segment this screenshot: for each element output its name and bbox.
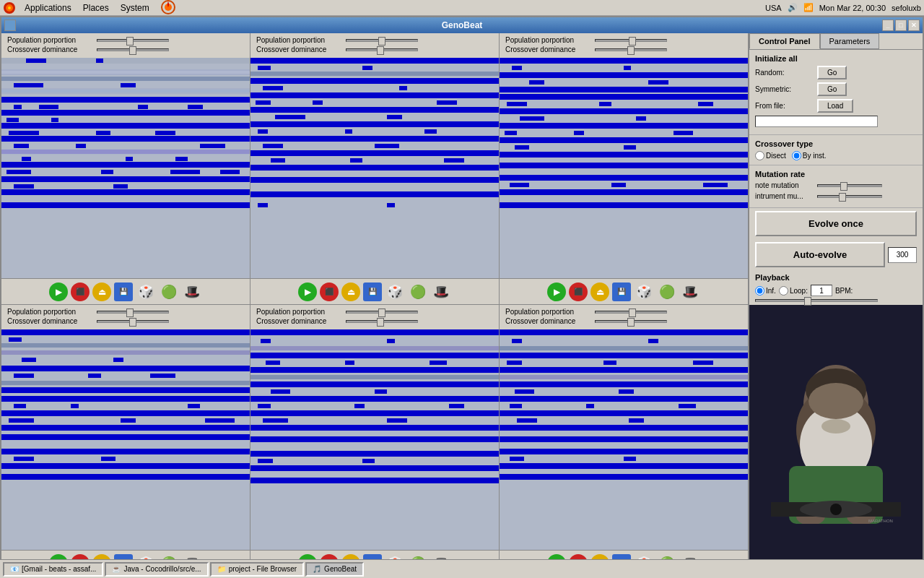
disect-radio[interactable]: Disect bbox=[755, 151, 786, 160]
dice-btn-r0c1[interactable]: 🎲 bbox=[385, 282, 405, 302]
window-controls: _ □ ✕ bbox=[882, 20, 920, 31]
dice-btn-r0c2[interactable]: 🎲 bbox=[634, 282, 654, 302]
taskbar: 📧 [Gmail - beats - assaf... ☕ Java - Coc… bbox=[0, 559, 924, 578]
pop-label-r1c0: Population porportion bbox=[7, 308, 94, 316]
mutation-section: Mutation rate note mutation intrument mu… bbox=[749, 165, 923, 208]
signal-icon: 📶 bbox=[803, 3, 814, 12]
cross-slider-r0c2[interactable] bbox=[595, 48, 667, 51]
cross-slider-r1c0[interactable] bbox=[97, 320, 169, 323]
locale: USA bbox=[765, 4, 782, 12]
dice-btn-r0c0[interactable]: 🎲 bbox=[136, 282, 156, 302]
tab-parameters[interactable]: Parameters bbox=[820, 33, 880, 49]
auto-evolve-row: Auto-evolve bbox=[755, 241, 917, 269]
byinst-radio-input[interactable] bbox=[792, 151, 801, 160]
tab-control-panel[interactable]: Control Panel bbox=[749, 33, 820, 49]
hat-btn-r0c0[interactable]: 🎩 bbox=[182, 282, 202, 302]
eject-btn-r0c2[interactable]: ⏏ bbox=[590, 282, 609, 301]
inf-label: Inf. bbox=[766, 287, 776, 295]
mutate-btn-r0c2[interactable]: 🟢 bbox=[657, 282, 677, 302]
symmetric-go-btn[interactable]: Go bbox=[817, 82, 847, 96]
user: sefoluxb bbox=[892, 4, 921, 12]
byinst-radio[interactable]: By inst. bbox=[792, 151, 827, 160]
menu-applications[interactable]: Applications bbox=[19, 1, 77, 14]
right-panel: Control Panel Parameters Initialize all … bbox=[749, 33, 923, 577]
pop-slider-r1c2[interactable] bbox=[595, 311, 667, 314]
pop-slider-r1c1[interactable] bbox=[346, 311, 418, 314]
stop-btn-r0c1[interactable]: ⬛ bbox=[320, 282, 339, 301]
stop-btn-r0c2[interactable]: ⬛ bbox=[569, 282, 588, 301]
load-btn[interactable]: Load bbox=[817, 99, 853, 113]
pop-label-r0c2: Population porportion bbox=[505, 36, 592, 44]
menu-logo bbox=[3, 1, 16, 14]
loop-label: Loop: bbox=[790, 287, 808, 295]
pop-slider-r0c1[interactable] bbox=[346, 39, 418, 42]
play-btn-r0c0[interactable]: ▶ bbox=[49, 282, 68, 301]
auto-evolve-btn[interactable]: Auto-evolve bbox=[755, 242, 885, 267]
close-btn[interactable]: ✕ bbox=[908, 20, 920, 31]
hat-btn-r0c1[interactable]: 🎩 bbox=[431, 282, 451, 302]
play-btn-r0c2[interactable]: ▶ bbox=[547, 282, 566, 301]
note-mutation-slider[interactable] bbox=[817, 184, 882, 187]
pop-label-r1c2: Population porportion bbox=[505, 308, 592, 316]
mutation-title: Mutation rate bbox=[755, 170, 917, 178]
disect-radio-input[interactable] bbox=[755, 151, 764, 160]
genobeat-label: GenoBeat bbox=[324, 565, 357, 573]
cross-slider-r0c0[interactable] bbox=[97, 48, 169, 51]
music-icon: 🎵 bbox=[313, 565, 321, 573]
save-btn-r0c2[interactable]: 💾 bbox=[612, 282, 631, 301]
pop-slider-r0c2[interactable] bbox=[595, 39, 667, 42]
pop-slider-r1c0[interactable] bbox=[97, 311, 169, 314]
darwin-image: MARATHON bbox=[749, 305, 923, 577]
taskbar-gmail[interactable]: 📧 [Gmail - beats - assaf... bbox=[3, 562, 103, 577]
grid-cell-r0c2: Population porportion Crossover dominanc… bbox=[500, 33, 748, 304]
evolve-once-btn[interactable]: Evolve once bbox=[755, 211, 917, 236]
taskbar-genobeat[interactable]: 🎵 GenoBeat bbox=[305, 562, 364, 577]
cross-slider-r1c2[interactable] bbox=[595, 320, 667, 323]
maximize-btn[interactable]: □ bbox=[895, 20, 907, 31]
pop-slider-r0c0[interactable] bbox=[97, 39, 169, 42]
piano-roll-r0c0 bbox=[1, 58, 250, 278]
svg-point-2 bbox=[8, 7, 11, 9]
loop-radio[interactable]: Loop: bbox=[779, 286, 808, 296]
random-go-btn[interactable]: Go bbox=[817, 66, 847, 79]
cross-label-r0c2: Crossover dominance bbox=[505, 46, 592, 53]
playback-title: Playback bbox=[755, 273, 917, 282]
datetime: Mon Mar 22, 00:30 bbox=[819, 4, 886, 12]
minimize-btn[interactable]: _ bbox=[882, 20, 894, 31]
svg-point-14 bbox=[808, 383, 863, 419]
cross-slider-r0c1[interactable] bbox=[346, 48, 418, 51]
bpm-label: BPM: bbox=[835, 287, 853, 295]
save-btn-r0c1[interactable]: 💾 bbox=[363, 282, 382, 301]
instr-mutation-slider[interactable] bbox=[817, 195, 882, 198]
menu-system[interactable]: System bbox=[115, 1, 155, 14]
file-input[interactable] bbox=[755, 116, 878, 127]
save-btn-r0c0[interactable]: 💾 bbox=[114, 282, 133, 301]
folder-icon: 📁 bbox=[217, 565, 226, 573]
bpm-slider[interactable] bbox=[755, 299, 878, 302]
menu-places[interactable]: Places bbox=[77, 1, 115, 14]
mutate-btn-r0c0[interactable]: 🟢 bbox=[159, 282, 179, 302]
mutate-btn-r0c1[interactable]: 🟢 bbox=[408, 282, 428, 302]
menubar-right: USA 🔊 📶 Mon Mar 22, 00:30 sefoluxb bbox=[765, 3, 921, 12]
eject-btn-r0c0[interactable]: ⏏ bbox=[92, 282, 111, 301]
inf-radio-input[interactable] bbox=[755, 286, 764, 296]
svg-point-19 bbox=[830, 504, 842, 515]
inf-radio[interactable]: Inf. bbox=[755, 286, 776, 296]
hat-btn-r0c2[interactable]: 🎩 bbox=[680, 282, 700, 302]
piano-roll-r0c2 bbox=[500, 58, 748, 278]
toolbar-r0c2: ▶ ⬛ ⏏ 💾 🎲 🟢 🎩 bbox=[500, 278, 748, 304]
grid-cell-r1c2: Population porportion Crossover dominanc… bbox=[500, 305, 748, 576]
stop-btn-r0c0[interactable]: ⬛ bbox=[71, 282, 90, 301]
eject-btn-r0c1[interactable]: ⏏ bbox=[341, 282, 360, 301]
random-label: Random: bbox=[755, 69, 813, 77]
loop-radio-input[interactable] bbox=[779, 286, 788, 296]
taskbar-java[interactable]: ☕ Java - Cocodrillo/src/e... bbox=[105, 562, 208, 577]
auto-evolve-value[interactable] bbox=[888, 247, 917, 263]
play-btn-r0c1[interactable]: ▶ bbox=[298, 282, 317, 301]
grid-cell-r1c1: Population porportion Crossover dominanc… bbox=[250, 305, 500, 576]
loop-value[interactable] bbox=[811, 285, 832, 296]
gmail-icon: 📧 bbox=[10, 565, 19, 573]
taskbar-filebrowser[interactable]: 📁 project - File Browser bbox=[210, 562, 304, 577]
cross-slider-r1c1[interactable] bbox=[346, 320, 418, 323]
java-icon: ☕ bbox=[112, 565, 121, 573]
